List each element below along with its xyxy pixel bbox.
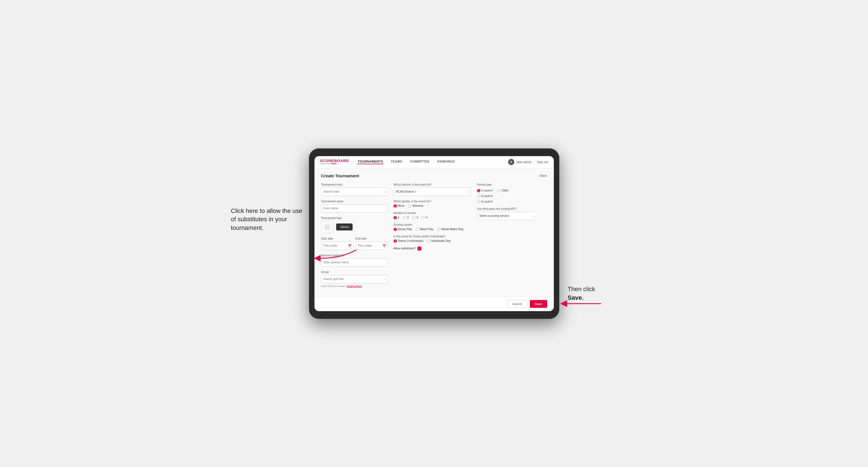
email-support-link[interactable]: email support <box>347 285 362 287</box>
gender-womens-label: Womens <box>412 204 423 207</box>
format-6count5-label: 6 count 5 <box>482 200 493 203</box>
allow-substitutes-group: Allow substitutes? ✓ <box>394 247 471 250</box>
gender-group: Which gender is the event for? Mens Wome… <box>394 200 471 208</box>
gender-womens-radio[interactable] <box>408 204 411 208</box>
save-button[interactable]: Save <box>530 300 547 308</box>
back-link[interactable]: Back <box>538 174 547 177</box>
scoring-match-radio[interactable] <box>415 228 419 231</box>
event-type-group: Is this event for Teams and/or Individua… <box>394 235 471 243</box>
start-date-wrapper: 📅 <box>321 242 353 250</box>
format-5count4-radio[interactable] <box>477 189 480 192</box>
format-other-label: Other <box>502 189 509 192</box>
user-name: blair admin <box>517 160 531 164</box>
annotation-left: Click here to allow the use of substitut… <box>231 207 303 232</box>
tournament-logo-group: Tournament logo Upload <box>321 217 388 233</box>
gender-womens[interactable]: Womens <box>408 204 423 208</box>
venue-input[interactable] <box>321 275 388 283</box>
format-6count5-radio[interactable] <box>477 200 480 204</box>
format-section: Format type 5 count 4 Other <box>477 183 538 204</box>
tournament-host-input[interactable] <box>321 188 388 196</box>
annotation-right: Then click Save. <box>568 285 623 302</box>
form-col-1: Tournament Host Tournament name Tourname… <box>321 183 388 291</box>
rounds-4-radio[interactable] <box>421 216 425 219</box>
rounds-3-radio[interactable] <box>412 216 415 219</box>
nav-divider: | <box>534 160 535 164</box>
scoring-system-label: Scoring system <box>394 223 471 226</box>
venue-group: Venue Can't find your venue? email suppo… <box>321 271 388 287</box>
rounds-2-radio[interactable] <box>403 216 406 219</box>
nav-tournaments[interactable]: TOURNAMENTS <box>357 160 383 164</box>
event-teams-radio[interactable] <box>394 239 397 243</box>
scoring-service-label: Use third-party live scoring API? <box>477 207 538 210</box>
nav-links: TOURNAMENTS TEAMS COMMITTEE RANKINGS <box>357 160 508 164</box>
upload-button[interactable]: Upload <box>336 223 353 230</box>
division-select[interactable]: NCAA Division I <box>394 188 471 196</box>
allow-substitutes-checkbox[interactable]: ✓ <box>417 247 421 250</box>
tournament-host-label: Tournament Host <box>321 183 388 186</box>
nav-rankings[interactable]: RANKINGS <box>437 160 456 164</box>
format-other-radio[interactable] <box>497 189 501 192</box>
tournament-logo-label: Tournament logo <box>321 217 388 220</box>
rounds-1[interactable]: 1 <box>394 216 400 219</box>
event-teams-label: Teams (+Individuals) <box>398 239 424 242</box>
calendar-icon-start: 📅 <box>348 244 352 247</box>
allow-substitutes-label: Allow substitutes? <box>394 247 416 250</box>
nav-teams[interactable]: TEAMS <box>390 160 403 164</box>
scoring-stroke[interactable]: Stroke Play <box>394 228 412 231</box>
format-6count4[interactable]: 6 count 4 <box>477 194 538 198</box>
venue-help: Can't find your venue? email support <box>321 285 388 287</box>
event-teams[interactable]: Teams (+Individuals) <box>394 239 424 243</box>
format-6count5[interactable]: 6 count 5 <box>477 200 538 204</box>
gender-mens-radio[interactable] <box>394 204 397 208</box>
rounds-1-radio[interactable] <box>394 216 397 219</box>
event-type-label: Is this event for Teams and/or Individua… <box>394 235 471 238</box>
event-individuals[interactable]: Individuals Only <box>427 239 451 243</box>
logo-scoreboard: SCOREBOARD <box>320 159 349 162</box>
navbar: SCOREBOARD Powered by clippd TOURNAMENTS… <box>314 156 554 168</box>
scoring-medal[interactable]: Medal Match Play <box>437 228 463 231</box>
rounds-4[interactable]: 4 <box>421 216 428 219</box>
logo-placeholder <box>321 221 333 233</box>
nav-committee[interactable]: COMMITTEE <box>409 160 430 164</box>
sponsor-input[interactable] <box>321 258 388 267</box>
division-select-wrapper: NCAA Division I <box>394 188 471 196</box>
scoring-system-group: Scoring system Stroke Play Match Play <box>394 223 471 231</box>
gender-label: Which gender is the event for? <box>394 200 471 203</box>
venue-label: Venue <box>321 271 388 274</box>
tournament-name-input[interactable] <box>321 204 388 213</box>
scoring-service-select[interactable]: Select a scoring service <box>477 212 538 220</box>
rounds-2[interactable]: 2 <box>403 216 409 219</box>
rounds-3[interactable]: 3 <box>412 216 418 219</box>
scoring-stroke-radio[interactable] <box>394 228 397 231</box>
nav-right: B blair admin | Sign out <box>508 159 548 165</box>
tablet-screen: SCOREBOARD Powered by clippd TOURNAMENTS… <box>314 156 554 311</box>
format-options: 5 count 4 Other 6 count 4 <box>477 189 538 204</box>
cancel-button[interactable]: Cancel <box>507 300 527 308</box>
logo-upload-area: Upload <box>321 221 388 233</box>
svg-point-1 <box>326 226 327 226</box>
format-6count4-label: 6 count 4 <box>482 194 493 197</box>
end-date-wrapper: 📅 <box>356 242 388 250</box>
sponsor-group: Sponsor (optional) <box>321 254 388 267</box>
rounds-3-label: 3 <box>416 216 418 219</box>
sign-out-link[interactable]: Sign out <box>537 160 548 164</box>
page-title: Create Tournament <box>321 174 359 178</box>
scoring-medal-radio[interactable] <box>437 228 440 231</box>
logo-area: SCOREBOARD Powered by clippd <box>320 159 349 165</box>
format-5count4[interactable]: 5 count 4 <box>477 189 493 192</box>
start-date-group: Start date 📅 <box>321 237 353 250</box>
scoring-match-label: Match Play <box>420 228 434 231</box>
sponsor-label: Sponsor (optional) <box>321 254 388 257</box>
form-footer: Cancel Save <box>314 297 554 311</box>
division-label: Which division is the event for? <box>394 183 471 186</box>
event-individuals-radio[interactable] <box>427 239 430 243</box>
scoring-match[interactable]: Match Play <box>415 228 434 231</box>
format-6count4-radio[interactable] <box>477 194 480 198</box>
tournament-host-select-wrapper <box>321 188 388 196</box>
end-date-label: End date <box>356 237 388 240</box>
rounds-group: Number of rounds 1 2 <box>394 212 471 219</box>
rounds-2-label: 2 <box>407 216 409 219</box>
tournament-name-label: Tournament name <box>321 200 388 203</box>
format-other[interactable]: Other <box>497 189 509 192</box>
gender-mens[interactable]: Mens <box>394 204 405 208</box>
